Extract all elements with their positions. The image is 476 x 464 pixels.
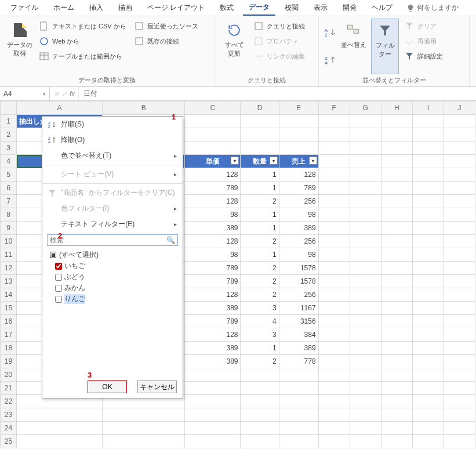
- cell[interactable]: [381, 248, 412, 262]
- row-header[interactable]: 3: [1, 142, 17, 155]
- cell[interactable]: 1: [241, 208, 279, 222]
- existing-connections-button[interactable]: 既存の接続: [132, 35, 201, 48]
- cell[interactable]: [412, 208, 444, 222]
- cell[interactable]: 384: [279, 328, 318, 342]
- select-all-check[interactable]: (すべて選択): [48, 249, 177, 260]
- cell[interactable]: [318, 302, 350, 315]
- cell[interactable]: [381, 368, 412, 382]
- cell[interactable]: [412, 128, 444, 142]
- cell[interactable]: [412, 168, 444, 182]
- cell[interactable]: [412, 435, 444, 448]
- cell[interactable]: [318, 408, 350, 422]
- cell[interactable]: [444, 395, 475, 408]
- cell[interactable]: [318, 248, 350, 262]
- cell[interactable]: [444, 328, 475, 342]
- clear-filter-button[interactable]: クリア: [402, 20, 445, 32]
- cell[interactable]: [444, 422, 475, 435]
- cell[interactable]: 1: [241, 182, 279, 195]
- cell[interactable]: [241, 115, 279, 128]
- cell[interactable]: [350, 168, 381, 182]
- refresh-all-button[interactable]: すべて 更新: [220, 19, 248, 74]
- row-header[interactable]: 14: [1, 288, 17, 302]
- cell[interactable]: [279, 368, 318, 382]
- cell[interactable]: [350, 435, 381, 448]
- cell[interactable]: [381, 382, 412, 395]
- queries-connections-button[interactable]: クエリと接続: [252, 20, 307, 32]
- cell[interactable]: 1: [241, 248, 279, 262]
- cell[interactable]: [279, 382, 318, 395]
- cell[interactable]: [318, 435, 350, 448]
- cell[interactable]: [318, 422, 350, 435]
- tab-draw[interactable]: 描画: [112, 1, 138, 15]
- cell[interactable]: [444, 155, 475, 168]
- sort-za-icon[interactable]: ZA: [325, 55, 336, 66]
- cell[interactable]: [318, 262, 350, 275]
- cell[interactable]: 389: [185, 302, 241, 315]
- cell[interactable]: [279, 422, 318, 435]
- cell[interactable]: [412, 342, 444, 355]
- cell[interactable]: [412, 235, 444, 248]
- cell[interactable]: [444, 142, 475, 155]
- cell[interactable]: 389: [185, 355, 241, 368]
- col-header-H[interactable]: H: [381, 102, 412, 115]
- cell[interactable]: 789: [185, 262, 241, 275]
- cell[interactable]: [381, 262, 412, 275]
- row-header[interactable]: 11: [1, 248, 17, 262]
- cell[interactable]: 4: [241, 315, 279, 328]
- row-header[interactable]: 13: [1, 275, 17, 288]
- cell[interactable]: [350, 408, 381, 422]
- cell[interactable]: [241, 395, 279, 408]
- cell[interactable]: 2: [241, 275, 279, 288]
- cell[interactable]: 389: [185, 342, 241, 355]
- cell[interactable]: [318, 368, 350, 382]
- cell[interactable]: [185, 128, 241, 142]
- col-header-A[interactable]: A: [17, 102, 103, 115]
- cell[interactable]: 256: [279, 195, 318, 208]
- row-header[interactable]: 17: [1, 328, 17, 342]
- cell[interactable]: [318, 208, 350, 222]
- accept-formula-icon[interactable]: ✓: [61, 90, 67, 98]
- cell[interactable]: [444, 368, 475, 382]
- properties-button[interactable]: プロパティ: [252, 35, 307, 48]
- cell[interactable]: [444, 115, 475, 128]
- tab-developer[interactable]: 開発: [337, 1, 362, 15]
- cell[interactable]: [318, 182, 350, 195]
- filter-search-box[interactable]: 🔍: [47, 234, 178, 246]
- cell[interactable]: [350, 235, 381, 248]
- cell[interactable]: [350, 208, 381, 222]
- row-header[interactable]: 4: [1, 155, 17, 168]
- cell[interactable]: [279, 435, 318, 448]
- cell[interactable]: [318, 275, 350, 288]
- advanced-filter-button[interactable]: 詳細設定: [402, 50, 445, 63]
- cell[interactable]: 98: [185, 208, 241, 222]
- cell[interactable]: [279, 142, 318, 155]
- filter-item-mikan[interactable]: みかん: [48, 282, 177, 293]
- cell[interactable]: [444, 235, 475, 248]
- row-header[interactable]: 5: [1, 168, 17, 182]
- sort-asc-item[interactable]: AZ 昇順(S): [42, 117, 183, 132]
- cell[interactable]: 2: [241, 195, 279, 208]
- cell[interactable]: [381, 315, 412, 328]
- cell[interactable]: [279, 128, 318, 142]
- col-header-C[interactable]: C: [185, 102, 241, 115]
- cell[interactable]: 389: [185, 222, 241, 235]
- tab-formulas[interactable]: 数式: [214, 1, 239, 15]
- cancel-button[interactable]: キャンセル: [137, 380, 177, 393]
- from-table-range-button[interactable]: テーブルまたは範囲から: [37, 50, 129, 63]
- cell[interactable]: [381, 128, 412, 142]
- cell[interactable]: [412, 288, 444, 302]
- cell[interactable]: 1: [241, 168, 279, 182]
- cell[interactable]: [185, 115, 241, 128]
- sort-desc-item[interactable]: ZA 降順(O): [42, 132, 183, 148]
- cell[interactable]: [412, 355, 444, 368]
- col-header-B[interactable]: B: [103, 102, 185, 115]
- ok-button[interactable]: OK: [88, 380, 127, 393]
- cell[interactable]: [412, 408, 444, 422]
- cell[interactable]: [381, 395, 412, 408]
- tab-data[interactable]: データ: [243, 0, 275, 16]
- cell[interactable]: [241, 408, 279, 422]
- cell[interactable]: [279, 408, 318, 422]
- cell[interactable]: [444, 342, 475, 355]
- cell[interactable]: [350, 262, 381, 275]
- cell[interactable]: [318, 168, 350, 182]
